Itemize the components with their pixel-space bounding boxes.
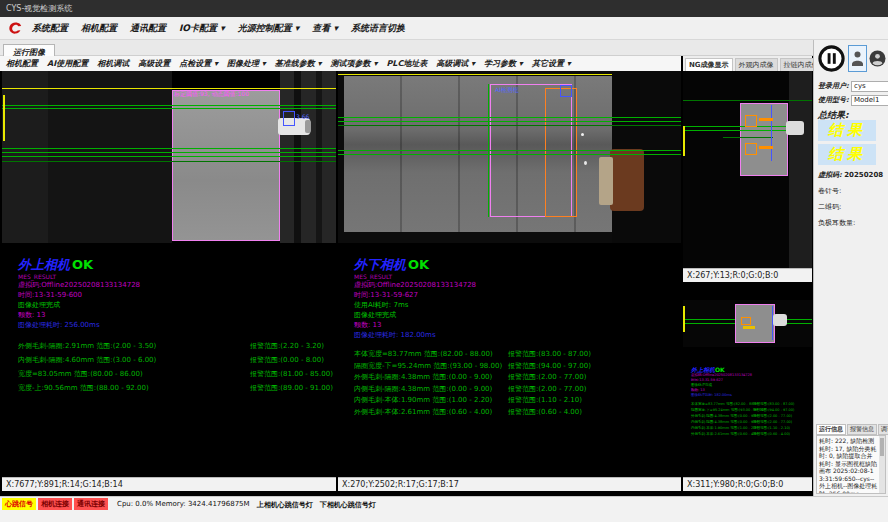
left-camera-view[interactable]: 标定阈值:93, 动态阈值:100 3.66 外上相机OK MES_RESULT…	[2, 71, 336, 491]
pause-button[interactable]	[816, 43, 846, 73]
side-button-row	[816, 43, 888, 73]
menu-item-io-config[interactable]: IO卡配置 ▾	[179, 22, 225, 35]
upper-camera-heartbeat-label: 上相机心跳信号灯	[257, 500, 313, 510]
winding-pin-label: 卷针号:	[818, 186, 841, 196]
middle-camera-title: 外下相机	[354, 257, 406, 272]
tool-baseline-params[interactable]: 基准线参数 ▾	[275, 58, 322, 69]
tab-outer-imaging[interactable]: 外观内成像	[735, 58, 778, 71]
tool-advanced-debug[interactable]: 高级调试 ▾	[436, 58, 475, 69]
login-user-label: 登录用户:	[818, 82, 849, 90]
log-scrollbar-thumb[interactable]	[880, 438, 884, 456]
toolbar: 相机配置 AI使用配置 相机调试 高级设置 点检设置 ▾ 图像处理 ▾ 基准线参…	[0, 56, 681, 71]
window-title: CYS-视觉检测系统	[6, 4, 72, 13]
left-time: 时间:13-31-59-600	[18, 290, 333, 300]
result-badge-1: 结果	[818, 120, 876, 141]
tab-debug-info[interactable]: 调试信息	[878, 424, 888, 435]
middle-virtual-code: 虚拟码:Offline20250208133134728	[354, 280, 591, 290]
tab-ng-display[interactable]: NG成像显示	[685, 58, 733, 71]
left-blue-label: 3.66	[296, 113, 309, 120]
tool-plc-address[interactable]: PLC地址表	[386, 58, 427, 69]
right-top-camera-view[interactable]: X:267;Y:13;R:0;G:0;B:0	[683, 71, 812, 282]
menu-item-language[interactable]: 系统语言切换	[351, 22, 405, 35]
blue-marker-box	[283, 111, 295, 126]
user-icon	[851, 50, 864, 67]
tool-advanced-settings[interactable]: 高级设置	[138, 58, 170, 69]
middle-camera-status: OK	[408, 257, 429, 272]
tab-alarm-info[interactable]: 报警信息	[847, 424, 877, 435]
brown-part	[610, 149, 644, 211]
measurement-row: 隔圈宽度-下=95.24mm 范围:(93.00 - 98.00)报警范围:(9…	[354, 361, 591, 373]
heartbeat-badge: 心跳信号	[2, 498, 36, 510]
tab-run-info[interactable]: 运行信息	[816, 424, 846, 435]
tool-other-settings[interactable]: 其它设置 ▾	[532, 58, 571, 69]
tool-camera-debug[interactable]: 相机调试	[97, 58, 129, 69]
login-user-button[interactable]	[848, 45, 867, 72]
right-bottom-pixel-coords: X:311;Y:980;R:0;G:0;B:0	[683, 477, 812, 491]
defect-box	[745, 115, 757, 127]
tool-spotcheck-settings[interactable]: 点检设置 ▾	[179, 58, 218, 69]
log-scrollbar[interactable]	[879, 436, 885, 493]
blue-marker-box	[560, 85, 572, 97]
virtual-code-value: 20250208	[844, 171, 883, 179]
middle-mes-label: MES_RESULT	[354, 273, 591, 280]
measurement-row: 内侧毛刺-隔圈:4.60mm 范围:(3.00 - 6.00)报警范围:(0.0…	[18, 353, 333, 367]
menu-item-view[interactable]: 查看 ▾	[312, 22, 338, 35]
left-camera-title: 外上相机	[18, 257, 70, 272]
menu-item-camera-config[interactable]: 相机配置	[81, 22, 117, 35]
cpu-memory-status: Cpu: 0.0% Memory: 3424.41796875M	[117, 500, 250, 508]
left-mes-label: MES_RESULT	[18, 273, 333, 280]
measurement-row: 内侧毛刺-隔圈:4.38mm 范围:(0.00 - 9.00)报警范围:(2.0…	[354, 384, 591, 396]
run-log-text: 耗时: 222, 缺陷检测耗时: 17, 缺陷分类耗时: 0, 缺陷提取合并耗时…	[817, 436, 885, 494]
tool-test-params[interactable]: 测试项参数 ▾	[331, 58, 378, 69]
measurement-row: 外侧毛刺-隔圈:4.38mm 范围:(0.00 - 9.00)报警范围:(2.0…	[354, 372, 591, 384]
middle-measurements: 本体宽度=83.77mm 范围:(82.00 - 88.00)报警范围:(83.…	[354, 349, 591, 418]
virtual-code-row: 虚拟码: 20250208	[818, 170, 883, 180]
run-log-box: 耗时: 222, 缺陷检测耗时: 17, 缺陷分类耗时: 0, 缺陷提取合并耗时…	[816, 435, 886, 494]
qr-code-label: 二维码:	[818, 202, 841, 212]
measurement-row: 本体宽度=83.77mm 范围:(82.00 - 88.00)报警范围:(83.…	[354, 349, 591, 361]
window-titlebar: CYS-视觉检测系统	[0, 0, 888, 17]
virtual-code-label: 虚拟码:	[818, 171, 842, 179]
comm-connect-badge: 通讯连接	[74, 498, 108, 510]
middle-camera-image[interactable]: AI检测框	[338, 71, 681, 243]
measurement-row: 宽度=83.05mm 范围:(80.00 - 86.00)报警范围:(81.00…	[18, 367, 333, 381]
measurement-row: 内侧毛刺-本体:1.90mm 范围:(1.00 - 2.20)报警范围:(1.1…	[354, 395, 591, 407]
side-panel: 登录用户: cys 使用型号: Model1 总结果: 结果 结果 虚拟码: 2…	[813, 40, 888, 496]
model-row: 使用型号: Model1	[818, 95, 888, 106]
negative-tab-count-label: 负极耳数量:	[818, 218, 855, 228]
menu-item-comm-config[interactable]: 通讯配置	[130, 22, 166, 35]
menu-item-system-config[interactable]: 系统配置	[32, 22, 68, 35]
model-value[interactable]: Model1	[851, 95, 888, 106]
middle-done: 图像处理完成	[354, 310, 591, 320]
view-tab-row: 运行图像	[0, 40, 813, 56]
measurement-row: 外侧毛刺-本体:2.61mm 范围:(0.60 - 4.00)报警范围:(0.6…	[354, 407, 591, 419]
measurement-row: 宽度-上:90.56mm 范围:(88.00 - 92.00)报警范围:(89.…	[18, 381, 333, 395]
right-bottom-image[interactable]: 外上相机OK 虚拟码:Offline20250208133134728 时间:1…	[683, 282, 812, 477]
right-top-image[interactable]	[683, 71, 812, 268]
menu-item-light-config[interactable]: 光源控制配置 ▾	[238, 22, 300, 35]
login-user-row: 登录用户: cys	[818, 81, 888, 92]
connector-part	[786, 121, 804, 135]
camera-connect-badge: 相机连接	[38, 498, 72, 510]
tool-ai-config[interactable]: AI使用配置	[47, 58, 88, 69]
info-tab-row: 运行信息 报警信息 调试信息	[816, 424, 888, 435]
left-camera-image[interactable]: 标定阈值:93, 动态阈值:100 3.66	[2, 71, 336, 243]
admin-user-icon	[869, 50, 886, 67]
middle-elapsed: 图像处理耗时: 182.00ms	[354, 330, 591, 340]
result-badge-2: 结果	[818, 144, 876, 165]
app-window: CYS-视觉检测系统 系统配置 相机配置 通讯配置 IO卡配置 ▾ 光源控制配置…	[0, 0, 888, 522]
right-bottom-camera-view[interactable]: 外上相机OK 虚拟码:Offline20250208133134728 时间:1…	[683, 282, 812, 491]
pause-icon	[817, 44, 846, 73]
login-user-value[interactable]: cys	[851, 81, 888, 92]
tool-image-processing[interactable]: 图像处理 ▾	[227, 58, 266, 69]
status-bar: 心跳信号 相机连接 通讯连接 Cpu: 0.0% Memory: 3424.41…	[0, 496, 888, 522]
middle-time: 时间:13-31-59-627	[354, 290, 591, 300]
menu-bar: 系统配置 相机配置 通讯配置 IO卡配置 ▾ 光源控制配置 ▾ 查看 ▾ 系统语…	[0, 17, 888, 40]
right-view-tabs: NG成像显示 外观内成像 拉链内成像	[683, 56, 812, 71]
lower-camera-heartbeat-label: 下相机心跳信号灯	[320, 500, 376, 510]
tool-learning-params[interactable]: 学习参数 ▾	[484, 58, 523, 69]
user-manage-button[interactable]	[869, 48, 886, 68]
middle-camera-view[interactable]: AI检测框 外下相机OK MES_RESULT 虚拟码:Offline20250…	[338, 71, 681, 491]
tool-camera-config[interactable]: 相机配置	[6, 58, 38, 69]
app-logo-icon	[7, 20, 23, 36]
